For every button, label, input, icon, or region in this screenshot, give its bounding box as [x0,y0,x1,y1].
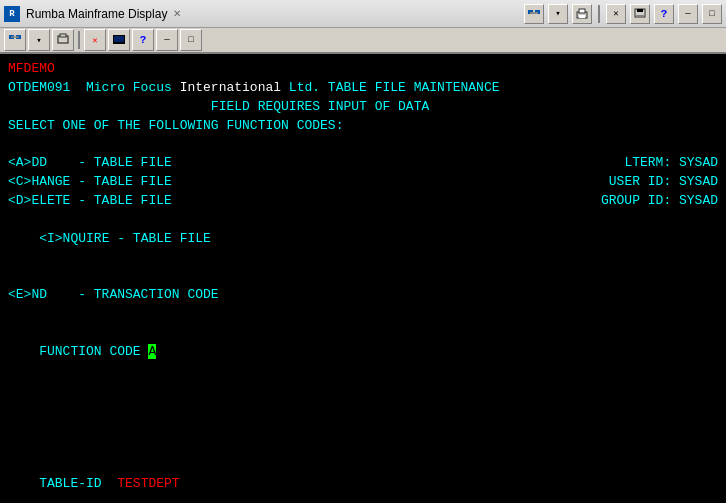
minimize-icon[interactable]: — [678,4,698,24]
line-function-code: FUNCTION CODE A [8,324,718,381]
toolbar: ▾ ✕ ? — □ [0,28,726,54]
line-blank6 [8,418,718,437]
print-icon[interactable] [572,4,592,24]
window-title: Rumba Mainframe Display [26,7,167,21]
line-field-req: FIELD REQUIRES INPUT OF DATA [8,98,718,117]
svg-rect-13 [60,34,66,37]
toolbar-btn-1[interactable] [4,29,26,51]
title-bar-left: R Rumba Mainframe Display ✕ [4,6,181,22]
toolbar-btn-2[interactable]: ▾ [28,29,50,51]
svg-rect-7 [637,9,643,12]
toolbar-btn-4[interactable]: ✕ [84,29,106,51]
connection-icon[interactable] [524,4,544,24]
svg-rect-5 [579,15,585,18]
svg-rect-15 [114,36,124,42]
line-blank1 [8,135,718,154]
toolbar-btn-3[interactable] [52,29,74,51]
line-blank3 [8,305,718,324]
line-blank7 [8,437,718,456]
input-cursor: A [148,344,156,359]
svg-rect-8 [635,15,645,16]
title-bar-controls: ▾ ✕ ? — □ [524,4,722,24]
terminal-screen[interactable]: MFDEMO OTDEM091 Micro Focus Internationa… [0,54,726,503]
line-inquire: <I>NQUIRE - TABLE FILE [8,211,718,268]
line-add: <A>DD - TABLE FILE LTERM: SYSAD [8,154,718,173]
toolbar-sep-1 [78,31,80,49]
line-select: SELECT ONE OF THE FOLLOWING FUNCTION COD… [8,117,718,136]
toolbar-btn-5[interactable] [108,29,130,51]
line-blank4 [8,380,718,399]
svg-rect-4 [579,9,585,13]
line-change: <C>HANGE - TABLE FILE USER ID: SYSAD [8,173,718,192]
line-blank2 [8,267,718,286]
maximize-icon[interactable]: □ [702,4,722,24]
line-mfdemo: MFDEMO [8,60,718,79]
toolbar-btn-6[interactable]: ? [132,29,154,51]
toolbar-btn-8[interactable]: □ [180,29,202,51]
app-icon: R [4,6,20,22]
tab-close-icon[interactable]: ✕ [173,8,181,19]
separator [598,5,600,23]
line-end: <E>ND - TRANSACTION CODE [8,286,718,305]
line-header: OTDEM091 Micro Focus International Ltd. … [8,79,718,98]
line-table-id: TABLE-ID TESTDEPT [8,456,718,503]
svg-rect-2 [530,12,538,14]
line-blank5 [8,399,718,418]
title-bar: R Rumba Mainframe Display ✕ ▾ ✕ ? — □ [0,0,726,28]
screen-icon[interactable] [630,4,650,24]
toolbar-btn-7[interactable]: — [156,29,178,51]
menu-dropdown-icon[interactable]: ▾ [548,4,568,24]
cut-icon[interactable]: ✕ [606,4,626,24]
help-icon[interactable]: ? [654,4,674,24]
line-delete: <D>ELETE - TABLE FILE GROUP ID: SYSAD [8,192,718,211]
